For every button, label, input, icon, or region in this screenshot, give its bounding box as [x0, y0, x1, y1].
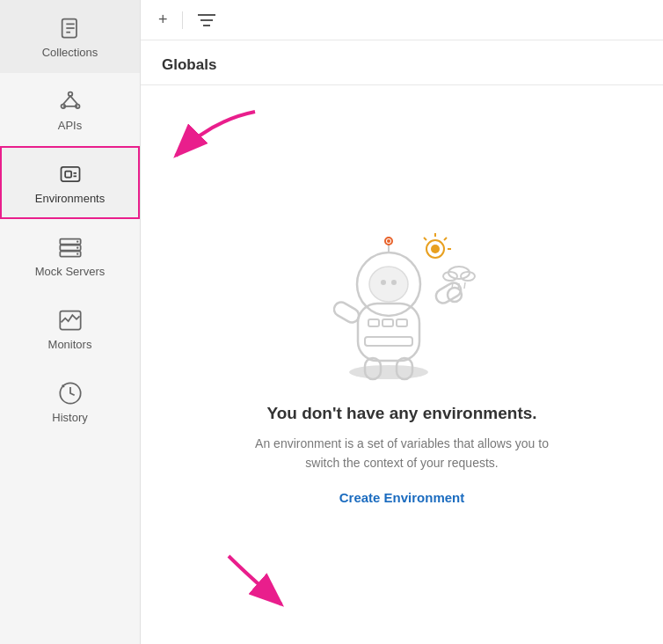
mock-servers-icon: [58, 235, 83, 260]
svg-rect-11: [65, 172, 71, 178]
sidebar-item-label-history: History: [52, 411, 87, 424]
toolbar-separator: [182, 11, 183, 29]
svg-rect-28: [397, 319, 407, 326]
svg-point-37: [391, 280, 397, 285]
sidebar-item-environments[interactable]: Environments: [0, 146, 140, 219]
svg-point-17: [76, 240, 78, 242]
sidebar-item-history[interactable]: History: [0, 365, 140, 438]
svg-point-18: [76, 246, 78, 248]
svg-rect-25: [358, 304, 419, 361]
sidebar-item-label-environments: Environments: [35, 192, 105, 205]
svg-rect-10: [61, 167, 79, 181]
sidebar-item-monitors[interactable]: Monitors: [0, 292, 140, 365]
sidebar-item-collections[interactable]: Collections: [0, 0, 140, 73]
svg-rect-32: [332, 299, 361, 325]
collections-icon: [58, 16, 83, 40]
sidebar-item-label-apis: APIs: [58, 119, 82, 132]
add-button[interactable]: +: [155, 9, 171, 31]
empty-state: You don't have any environments. An envi…: [141, 85, 663, 644]
create-environment-link[interactable]: Create Environment: [339, 490, 465, 505]
filter-icon: [197, 12, 216, 28]
sidebar-item-label-collections: Collections: [42, 46, 98, 59]
sidebar-item-mock-servers[interactable]: Mock Servers: [0, 219, 140, 292]
svg-rect-29: [365, 337, 412, 346]
svg-point-42: [431, 245, 440, 253]
main-panel: + Globals: [141, 0, 663, 644]
sidebar-item-label-mock-servers: Mock Servers: [35, 265, 105, 278]
svg-point-40: [387, 239, 390, 243]
svg-point-35: [369, 267, 408, 302]
monitors-icon: [58, 308, 83, 333]
svg-point-24: [349, 365, 428, 379]
globals-header: Globals: [141, 40, 663, 85]
environments-icon: [58, 162, 83, 187]
svg-rect-27: [382, 319, 393, 326]
filter-button[interactable]: [193, 11, 220, 30]
sidebar-item-label-monitors: Monitors: [48, 338, 92, 351]
sidebar: Collections APIs Environments: [0, 0, 141, 644]
arrow-to-sidebar: [158, 94, 299, 182]
arrow-to-cta: [211, 547, 325, 618]
svg-point-19: [76, 252, 78, 254]
svg-line-45: [444, 238, 447, 240]
svg-rect-26: [368, 319, 379, 326]
apis-icon: [58, 89, 83, 113]
svg-point-4: [68, 92, 72, 97]
toolbar: +: [141, 0, 663, 40]
svg-point-36: [381, 280, 386, 285]
history-icon: [58, 381, 83, 406]
svg-line-7: [62, 96, 69, 104]
svg-line-8: [70, 96, 77, 104]
empty-state-description: An environment is a set of variables tha…: [252, 434, 551, 473]
svg-line-46: [424, 238, 426, 240]
empty-state-title: You don't have any environments.: [266, 404, 536, 423]
svg-line-52: [464, 282, 465, 289]
sidebar-item-apis[interactable]: APIs: [0, 73, 140, 146]
astronaut-illustration: [305, 207, 499, 383]
